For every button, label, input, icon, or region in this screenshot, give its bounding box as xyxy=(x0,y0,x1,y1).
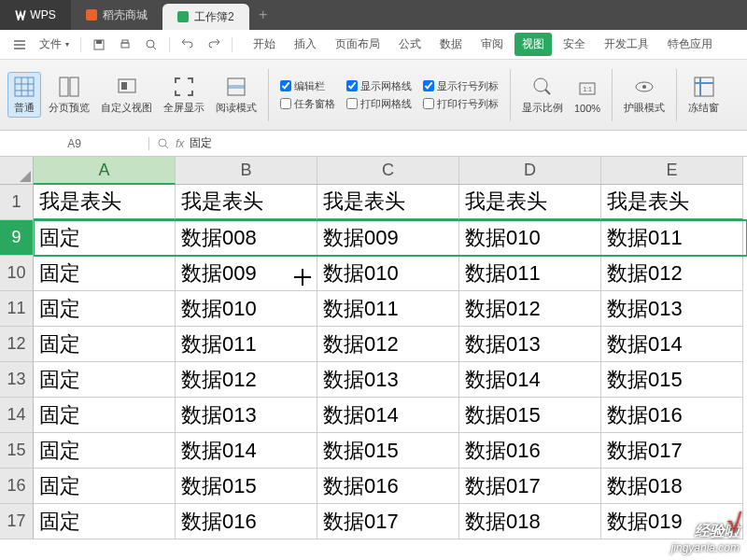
tab-devtools[interactable]: 开发工具 xyxy=(597,33,656,56)
col-header-B[interactable]: B xyxy=(176,157,317,185)
cell[interactable]: 数据008 xyxy=(176,220,317,256)
zoom-100-button[interactable]: 1:1 100% xyxy=(571,75,604,116)
chk-printhead[interactable]: 打印行号列标 xyxy=(423,97,499,111)
col-header-A[interactable]: A xyxy=(34,157,176,185)
cell[interactable]: 数据009 xyxy=(176,256,317,291)
cell[interactable]: 我是表头 xyxy=(601,185,743,220)
tab-insert[interactable]: 插入 xyxy=(287,33,324,56)
tab-store[interactable]: 稻壳商城 xyxy=(71,0,162,30)
cell[interactable]: 数据017 xyxy=(317,504,459,539)
new-tab-button[interactable]: + xyxy=(249,0,277,30)
cell[interactable]: 数据012 xyxy=(176,362,317,398)
cell[interactable]: 我是表头 xyxy=(317,185,459,220)
view-custom-button[interactable]: 自定义视图 xyxy=(97,73,156,117)
row-header[interactable]: 16 xyxy=(0,469,34,504)
row-header[interactable]: 9 xyxy=(0,220,34,256)
name-box[interactable]: A9 xyxy=(0,137,149,150)
cell[interactable]: 数据016 xyxy=(317,469,459,504)
cell[interactable]: 数据013 xyxy=(601,291,743,327)
cell[interactable]: 数据010 xyxy=(459,220,601,256)
cell[interactable]: 固定 xyxy=(34,291,176,327)
cell[interactable]: 数据014 xyxy=(176,433,317,469)
tab-data[interactable]: 数据 xyxy=(432,33,470,56)
cell[interactable]: 我是表头 xyxy=(34,185,176,220)
chk-editbar[interactable]: 编辑栏 xyxy=(280,79,335,93)
cell[interactable]: 数据017 xyxy=(601,433,743,469)
row-header[interactable]: 15 xyxy=(0,433,34,469)
select-all-corner[interactable] xyxy=(0,157,34,185)
cell[interactable]: 数据010 xyxy=(317,256,459,291)
col-header-C[interactable]: C xyxy=(317,157,459,185)
zoom-button[interactable]: 显示比例 xyxy=(518,73,567,117)
chk-headings[interactable]: 显示行号列标 xyxy=(423,79,499,93)
cell[interactable]: 数据014 xyxy=(459,362,601,398)
cell[interactable]: 数据016 xyxy=(459,433,601,469)
cell[interactable]: 数据015 xyxy=(601,362,743,398)
cell[interactable]: 数据015 xyxy=(459,398,601,433)
cell[interactable]: 数据016 xyxy=(176,504,317,539)
cell[interactable]: 数据013 xyxy=(459,327,601,362)
tab-workbook[interactable]: 工作簿2 xyxy=(162,4,249,30)
cell[interactable]: 固定 xyxy=(34,220,176,256)
chk-gridlines[interactable]: 显示网格线 xyxy=(346,79,412,93)
chk-taskpane[interactable]: 任务窗格 xyxy=(280,97,335,111)
row-header[interactable]: 17 xyxy=(0,504,34,539)
cell[interactable]: 我是表头 xyxy=(176,185,317,220)
print-button[interactable] xyxy=(113,35,137,55)
tab-view[interactable]: 视图 xyxy=(514,33,552,56)
cell[interactable]: 数据011 xyxy=(601,220,743,256)
save-button[interactable] xyxy=(87,35,111,55)
cell[interactable]: 固定 xyxy=(34,398,176,433)
menu-hamburger[interactable] xyxy=(7,35,32,55)
view-fullscreen-button[interactable]: 全屏显示 xyxy=(160,73,208,117)
col-header-D[interactable]: D xyxy=(459,157,601,185)
cell[interactable]: 数据013 xyxy=(317,362,459,398)
app-logo[interactable]: WPS xyxy=(0,0,71,30)
tab-home[interactable]: 开始 xyxy=(246,33,283,56)
eyecare-button[interactable]: 护眼模式 xyxy=(620,73,669,117)
cell[interactable]: 固定 xyxy=(34,469,176,504)
cell[interactable]: 数据017 xyxy=(459,469,601,504)
freeze-button[interactable]: 冻结窗 xyxy=(684,73,723,117)
cell[interactable]: 数据013 xyxy=(176,398,317,433)
cell[interactable]: 数据012 xyxy=(317,327,459,362)
row-header[interactable]: 12 xyxy=(0,327,34,362)
preview-button[interactable] xyxy=(139,35,163,55)
cell[interactable]: 固定 xyxy=(34,256,176,291)
row-header[interactable]: 14 xyxy=(0,398,34,433)
view-pagebreak-button[interactable]: 分页预览 xyxy=(45,73,93,117)
tab-security[interactable]: 安全 xyxy=(556,33,593,56)
cell[interactable]: 数据011 xyxy=(459,256,601,291)
cell[interactable]: 固定 xyxy=(34,327,176,362)
cell[interactable]: 数据015 xyxy=(176,469,317,504)
row-header[interactable]: 13 xyxy=(0,362,34,398)
chk-printgrid[interactable]: 打印网格线 xyxy=(346,97,412,111)
cell[interactable]: 数据011 xyxy=(317,291,459,327)
tab-features[interactable]: 特色应用 xyxy=(660,33,720,56)
view-normal-button[interactable]: 普通 xyxy=(7,72,41,118)
cell[interactable]: 固定 xyxy=(34,362,176,398)
cell[interactable]: 数据018 xyxy=(601,469,743,504)
cell[interactable]: 数据009 xyxy=(317,220,459,256)
cell[interactable]: 数据012 xyxy=(601,256,743,291)
file-menu[interactable]: 文件▾ xyxy=(34,33,75,56)
col-header-E[interactable]: E xyxy=(601,157,743,185)
cell[interactable]: 固定 xyxy=(34,504,176,539)
cell[interactable]: 数据010 xyxy=(176,291,317,327)
tab-formula[interactable]: 公式 xyxy=(391,33,429,56)
tab-review[interactable]: 审阅 xyxy=(473,33,511,56)
cell[interactable]: 数据015 xyxy=(317,433,459,469)
fx-area[interactable]: fx 固定 xyxy=(149,135,219,151)
row-header[interactable]: 11 xyxy=(0,291,34,327)
view-read-button[interactable]: 阅读模式 xyxy=(212,73,261,117)
row-header[interactable]: 1 xyxy=(0,185,34,220)
cell[interactable]: 数据016 xyxy=(601,398,743,433)
row-header[interactable]: 10 xyxy=(0,256,34,291)
tab-layout[interactable]: 页面布局 xyxy=(328,33,388,56)
cell[interactable]: 数据018 xyxy=(459,504,601,539)
cell[interactable]: 数据014 xyxy=(601,327,743,362)
cell[interactable]: 我是表头 xyxy=(459,185,601,220)
cell[interactable]: 数据012 xyxy=(459,291,601,327)
cell[interactable]: 数据014 xyxy=(317,398,459,433)
undo-button[interactable] xyxy=(176,35,200,55)
